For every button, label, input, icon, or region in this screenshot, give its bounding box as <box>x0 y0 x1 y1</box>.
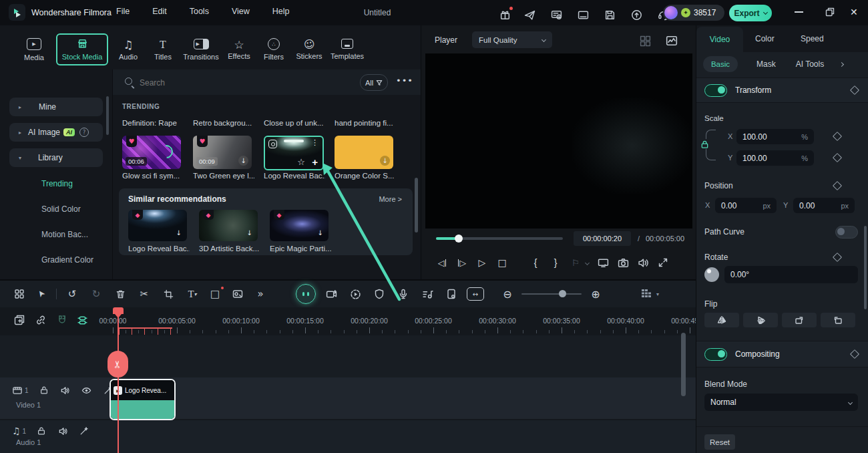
gift-icon[interactable] <box>498 8 511 21</box>
help-icon[interactable]: ? <box>79 128 89 137</box>
rec-item-title[interactable]: Logo Reveal Bac... <box>128 245 190 253</box>
window-minimize-button[interactable] <box>795 11 803 13</box>
tab-transitions[interactable]: ▶ Transitions <box>180 39 222 61</box>
rec-item-3d-artistic[interactable]: ◆ ↓ <box>199 210 258 241</box>
tab-media[interactable]: ▶ Media <box>15 38 53 61</box>
stop-button[interactable]: □ <box>493 254 511 271</box>
position-y-input[interactable]: 0.00px <box>793 198 855 213</box>
track-height-dropdown-icon[interactable]: ▾ <box>656 291 659 297</box>
sidebar-scrollbar[interactable] <box>106 96 109 135</box>
tab-stock-media[interactable]: Stock Media <box>56 33 108 65</box>
crop-icon[interactable] <box>160 285 177 303</box>
stock-item-orange-color[interactable]: ↓ <box>335 136 393 169</box>
reset-button[interactable]: Reset <box>704 434 735 450</box>
scale-x-keyframe-icon[interactable] <box>833 132 842 141</box>
avatar[interactable] <box>664 6 678 19</box>
stock-item-title[interactable]: Glow sci fi sym... <box>122 172 184 180</box>
mute-track-icon[interactable] <box>57 425 69 437</box>
rotate-knob[interactable] <box>704 267 719 282</box>
mark-out-button[interactable]: } <box>547 254 564 271</box>
stock-item-two-green-eye[interactable]: ♥ 00:09 ↓ <box>193 136 252 169</box>
download-icon[interactable]: ↓ <box>174 228 184 238</box>
volume-icon[interactable] <box>634 254 652 271</box>
sidebar-item-ai-image[interactable]: ▸ AI Image AI ? <box>9 123 103 142</box>
compositing-toggle[interactable] <box>704 348 727 361</box>
next-frame-button[interactable]: ▷ <box>453 254 471 271</box>
download-icon[interactable]: ↓ <box>315 228 325 238</box>
scale-y-input[interactable]: 100.00% <box>736 150 814 166</box>
playhead-split-handle[interactable]: ✂ <box>107 351 128 378</box>
timeline-zoom-slider[interactable] <box>521 293 582 295</box>
sidebar-item-solid-color[interactable]: Solid Color <box>41 204 81 214</box>
fullscreen-icon[interactable] <box>654 254 672 271</box>
mark-in-button[interactable]: { <box>527 254 544 271</box>
media-scrollbar[interactable] <box>415 178 418 233</box>
share-icon[interactable] <box>521 6 538 23</box>
compositing-keyframe-icon[interactable] <box>850 349 859 359</box>
flip-vertical-button[interactable] <box>743 313 778 327</box>
stock-item-glow-scifi[interactable]: ♥ 00:06 <box>122 136 181 169</box>
stock-caption[interactable]: Close up of unk... <box>264 119 325 127</box>
rec-item-title[interactable]: Epic Magic Parti... <box>270 245 331 253</box>
ai-copilot-icon[interactable] <box>296 284 316 304</box>
lock-track-icon[interactable] <box>35 425 47 437</box>
tab-titles[interactable]: T Titles <box>146 39 180 61</box>
search-filter-button[interactable]: All <box>360 74 388 91</box>
delete-icon[interactable] <box>112 285 129 303</box>
play-button[interactable]: ▷ <box>473 254 491 271</box>
more-options-icon[interactable]: ••• <box>396 76 413 86</box>
marker-button[interactable]: ⚐ <box>567 254 584 271</box>
hide-track-icon[interactable] <box>81 384 93 396</box>
auto-ripple-icon[interactable] <box>73 311 91 329</box>
window-close-button[interactable]: ✕ <box>850 7 858 17</box>
speed-ramp-icon[interactable] <box>347 285 364 303</box>
audio-mixer-icon[interactable] <box>419 285 436 303</box>
link-clips-icon[interactable] <box>32 311 49 329</box>
fit-timeline-icon[interactable]: ↔ <box>467 287 484 301</box>
download-icon[interactable]: ↓ <box>238 156 248 166</box>
path-curve-toggle[interactable] <box>835 226 858 239</box>
text-tool-icon[interactable]: T▾ <box>184 285 201 303</box>
add-camera-icon[interactable] <box>322 285 340 303</box>
timeline-clip[interactable]: ▶ Logo Revea... <box>110 379 176 420</box>
subtab-mask[interactable]: Mask <box>756 59 776 69</box>
tab-stickers[interactable]: ☺ Stickers <box>291 39 327 60</box>
save-icon[interactable] <box>601 6 618 23</box>
audio-track-lane[interactable] <box>0 420 696 453</box>
stock-caption[interactable]: Retro backgrou... <box>193 119 254 127</box>
lock-track-icon[interactable] <box>38 384 50 396</box>
seek-handle[interactable] <box>455 235 463 243</box>
tab-speed[interactable]: Speed <box>801 34 824 43</box>
track-wand-icon[interactable] <box>78 425 90 437</box>
rec-item-epic-magic[interactable]: ◆ ↓ <box>270 210 329 241</box>
zoom-in-icon[interactable]: ⊕ <box>587 285 604 303</box>
split-icon[interactable]: ✂ <box>136 285 153 303</box>
quality-dropdown[interactable]: Full Quality <box>472 31 552 48</box>
cloud-upload-icon[interactable] <box>628 6 645 23</box>
transform-toggle[interactable] <box>704 84 727 97</box>
previous-frame-button[interactable]: ◁ <box>433 254 451 271</box>
tab-effects[interactable]: ☆ Effects <box>222 39 256 60</box>
more-tools-icon[interactable]: » <box>252 285 269 303</box>
tab-video[interactable]: Video <box>696 27 743 52</box>
rec-item-title[interactable]: 3D Artistic Back... <box>199 245 260 253</box>
mute-track-icon[interactable] <box>59 384 71 396</box>
select-tool-icon[interactable]: ➤ <box>29 282 53 306</box>
rec-item-logo-reveal[interactable]: ◆ ↓ <box>128 210 187 241</box>
stock-item-title[interactable]: Logo Reveal Bac... <box>264 172 325 180</box>
position-x-input[interactable]: 0.00px <box>715 198 777 213</box>
subtabs-more-icon[interactable] <box>839 61 844 66</box>
download-icon[interactable]: ↓ <box>380 156 390 166</box>
task-list-icon[interactable] <box>548 6 565 23</box>
player-seekbar[interactable] <box>436 237 563 240</box>
tab-filters[interactable]: ∴ Filters <box>256 38 291 61</box>
relevance-icon[interactable] <box>268 140 277 148</box>
tab-color[interactable]: Color <box>755 34 775 43</box>
marker-dropdown-icon[interactable] <box>585 260 590 265</box>
stock-item-logo-reveal[interactable]: ⋮ ☆ + <box>264 136 324 170</box>
paste-board-icon[interactable] <box>11 311 28 329</box>
tab-templates[interactable]: Templates <box>327 39 367 60</box>
add-to-timeline-icon[interactable]: + <box>312 156 318 168</box>
playhead[interactable] <box>118 307 119 453</box>
transform-keyframe-icon[interactable] <box>850 86 859 95</box>
